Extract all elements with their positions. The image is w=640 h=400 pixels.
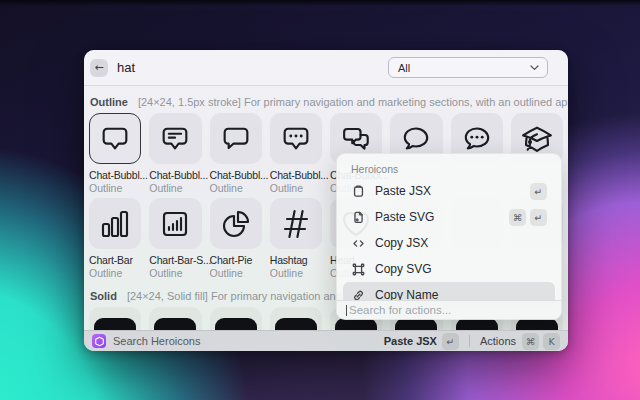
icon-result-tile[interactable] [89, 307, 141, 330]
menu-item-paste-svg[interactable]: Paste SVG⌘↵ [343, 204, 555, 230]
icon-result-tile[interactable] [149, 307, 201, 330]
solid-chat-bubble-icon [94, 318, 136, 330]
icon-result-name: Chat-Bubbl... [270, 169, 322, 182]
solid-chat-bubble-icon [275, 318, 317, 330]
section-meta: [24×24, 1.5px stroke] For primary naviga… [138, 96, 568, 108]
primary-action-label: Paste JSX [384, 335, 437, 347]
icon-result-style: Outline [210, 267, 262, 280]
key-k: K [543, 333, 560, 350]
icon-result-cell: Chart-PieOutline [210, 198, 262, 280]
icon-result-tile[interactable] [89, 198, 141, 249]
actions-search-input[interactable]: Search for actions... [337, 300, 561, 319]
back-button[interactable]: ← [90, 59, 108, 77]
icon-result-cell [89, 307, 141, 330]
chat-bubble-bottom-center-text-icon [159, 123, 191, 155]
menu-item-label: Copy JSX [375, 236, 428, 250]
icon-result-cell: Chat-Bubbl...Outline [89, 113, 141, 195]
menu-item-shortcut: ⌘↵ [509, 209, 547, 226]
icon-result-tile[interactable] [270, 113, 322, 164]
launcher-window: ← hat All Outline [24×24, 1.5px stroke] … [84, 50, 568, 351]
menu-item-paste-jsx[interactable]: Paste JSX↵ [343, 178, 555, 204]
icon-result-name: Chat-Bubbl... [149, 169, 201, 182]
icon-result-tile[interactable] [149, 198, 201, 249]
icon-result-cell [210, 307, 262, 330]
status-bar: Search Heroicons Paste JSX ↵ Actions ⌘K [84, 330, 568, 351]
icon-result-style: Outline [149, 267, 201, 280]
actions-button[interactable]: Actions ⌘K [480, 333, 560, 350]
actions-menu-title: Heroicons [337, 154, 561, 175]
icon-result-name: Hashtag [270, 254, 322, 267]
icon-result-cell: Chat-Bubbl...Outline [270, 113, 322, 195]
icon-result-style: Outline [149, 182, 201, 195]
command-key-icon: ⌘ [509, 209, 526, 226]
icon-result-tile[interactable] [210, 307, 262, 330]
chevron-down-icon [530, 65, 539, 71]
solid-chat-bubble-icon [154, 318, 196, 330]
chat-bubble-left-right-icon [340, 123, 372, 155]
icon-result-style: Outline [210, 182, 262, 195]
icon-result-tile[interactable] [270, 307, 322, 330]
solid-chat-bubble-icon [215, 318, 257, 330]
chart-pie-icon [220, 208, 252, 240]
hashtag-icon [280, 208, 312, 240]
text-cursor [346, 305, 347, 316]
menu-item-label: Copy SVG [375, 262, 432, 276]
icon-result-tile[interactable] [270, 198, 322, 249]
icon-result-style: Outline [270, 267, 322, 280]
chat-bubble-left-ellipsis-icon [280, 123, 312, 155]
icon-result-name: Chart-Pie [210, 254, 262, 267]
menu-item-label: Paste JSX [375, 184, 431, 198]
actions-shortcut-keys: ⌘K [522, 333, 560, 350]
icon-result-tile[interactable] [89, 113, 141, 164]
menu-item-copy-svg[interactable]: Copy SVG [343, 256, 555, 282]
icon-result-tile[interactable] [149, 113, 201, 164]
icon-result-style: Outline [270, 182, 322, 195]
search-bar: ← hat All [84, 50, 568, 86]
icon-result-name: Chat-Bubbl... [89, 169, 141, 182]
icon-result-cell: Chat-Bubbl...Outline [210, 113, 262, 195]
chat-bubble-left-icon [220, 123, 252, 155]
arrow-left-icon: ← [94, 61, 103, 74]
chat-bubble-oval-left-ellipsis-icon [461, 123, 493, 155]
search-query-input[interactable]: hat [117, 60, 135, 75]
icon-result-name: Chart-Bar [89, 254, 141, 267]
chart-bar-icon [99, 208, 131, 240]
section-title: Solid [90, 290, 117, 302]
footer-divider [469, 335, 470, 347]
icon-result-name: Chart-Bar-S... [149, 254, 201, 267]
section-title: Outline [90, 96, 128, 108]
actions-menu-items: Paste JSX↵Paste SVG⌘↵Copy JSXCopy SVGCop… [343, 178, 555, 308]
primary-action-button[interactable]: Paste JSX ↵ [384, 333, 459, 350]
icon-result-tile[interactable] [210, 113, 262, 164]
command-key-icon: ⌘ [522, 333, 539, 350]
outline-section-header: Outline [24×24, 1.5px stroke] For primar… [90, 96, 562, 108]
app-name: Search Heroicons [113, 335, 200, 347]
selection-icon [351, 262, 366, 277]
icon-result-style: Outline [89, 182, 141, 195]
icon-result-cell [149, 307, 201, 330]
filter-dropdown-value: All [398, 62, 410, 74]
code-icon [351, 236, 366, 251]
chat-bubble-oval-left-icon [400, 123, 432, 155]
actions-button-label: Actions [480, 335, 516, 347]
chart-bar-square-icon [159, 208, 191, 240]
menu-item-label: Paste SVG [375, 210, 434, 224]
menu-item-shortcut: ↵ [530, 183, 547, 200]
enter-key-icon: ↵ [530, 183, 547, 200]
academic-cap-icon [521, 123, 553, 155]
clipboard-plus-icon [351, 210, 366, 225]
enter-key-icon: ↵ [442, 333, 459, 350]
icon-result-cell: Chart-BarOutline [89, 198, 141, 280]
menu-item-copy-jsx[interactable]: Copy JSX [343, 230, 555, 256]
heroicons-logo-icon [92, 334, 106, 348]
chat-bubble-bottom-center-icon [99, 123, 131, 155]
actions-search-placeholder: Search for actions... [349, 304, 451, 316]
clipboard-icon [351, 184, 366, 199]
icon-result-cell: Chart-Bar-S...Outline [149, 198, 201, 280]
icon-result-tile[interactable] [210, 198, 262, 249]
icon-result-name: Chat-Bubbl... [210, 169, 262, 182]
enter-key-icon: ↵ [530, 209, 547, 226]
filter-dropdown[interactable]: All [388, 57, 548, 78]
actions-menu: Heroicons Paste JSX↵Paste SVG⌘↵Copy JSXC… [336, 153, 562, 320]
icon-result-cell [270, 307, 322, 330]
